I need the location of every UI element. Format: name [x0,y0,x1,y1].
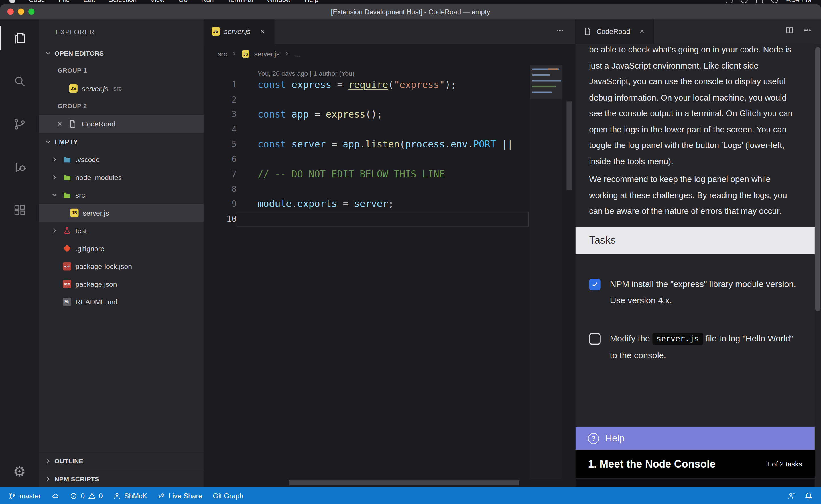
menu-item-edit[interactable]: Edit [83,0,95,3]
tree-item--gitignore[interactable]: .gitignore [39,239,204,257]
breadcrumb-symbol[interactable]: ... [295,50,301,58]
code-line-2[interactable]: 2 [204,92,575,107]
zoom-window-button[interactable] [28,8,34,15]
scrollbar-thumb[interactable] [566,101,572,190]
settings-gear-icon[interactable]: ⚙ [13,465,26,479]
extensions-icon[interactable] [0,190,39,229]
close-tab-icon[interactable] [638,28,646,34]
chevron-right-icon [44,475,52,483]
tree-item-readme-md[interactable]: M↓README.md [39,293,204,311]
spotlight-icon[interactable] [771,0,778,3]
code-text: const server = app.listen(process.env.PO… [237,137,529,152]
minimap[interactable] [530,65,562,479]
tab-server-js[interactable]: JS server.js [204,19,274,44]
feedback-icon[interactable] [787,492,795,500]
wifi-icon[interactable] [741,0,748,3]
npm-scripts-header[interactable]: NPM SCRIPTS [39,470,204,487]
code-line-7[interactable]: 7// -- DO NOT EDIT BELOW THIS LINE [204,167,575,182]
problems-status[interactable]: 0 0 [70,492,103,500]
live-share-button[interactable]: Live Share [158,492,202,500]
open-editors-header[interactable]: OPEN EDITORS [39,45,204,62]
git-graph-button[interactable]: Git Graph [213,492,244,500]
editor-vertical-scrollbar[interactable] [563,64,575,479]
chevron-right-icon[interactable] [50,155,58,164]
code-line-3[interactable]: 3const app = express(); [204,107,575,122]
folder-src-icon [62,191,72,199]
breadcrumb-src[interactable]: src [218,50,227,58]
task-checkbox-unchecked[interactable] [589,333,600,344]
source-control-icon[interactable] [0,105,39,143]
activity-bar: ⚙ [0,19,39,487]
tree-item-server-js[interactable]: JSserver.js [39,204,204,222]
close-tab-icon[interactable] [258,28,266,34]
menu-item-file[interactable]: File [59,0,70,3]
breadcrumb[interactable]: src JS server.js ... [204,44,575,64]
open-editor-server-js[interactable]: JS server.js src [39,79,204,97]
help-button[interactable]: ? Help [575,427,815,450]
chevron-down-icon[interactable] [50,191,58,199]
code-line-1[interactable]: 1const express = require("express"); [204,77,575,92]
menu-item-help[interactable]: Help [305,0,318,3]
macos-menu-bar: CodeFileEditSelectionViewGoRunTerminalWi… [0,0,821,4]
tree-item-node-modules[interactable]: node_modules [39,168,204,186]
tree-item-src[interactable]: src [39,186,204,204]
editor-horizontal-scrollbar[interactable] [237,480,562,486]
codelens-annotation[interactable]: You, 20 days ago | 1 author (You) [204,64,575,77]
menu-item-terminal[interactable]: Terminal [227,0,253,3]
more-actions-icon[interactable] [803,26,812,37]
search-icon[interactable] [0,62,39,101]
tree-item--vscode[interactable]: .vscode [39,151,204,168]
more-actions-icon[interactable] [555,26,564,37]
panel-scrollbar[interactable] [815,44,821,487]
display-menu-icon[interactable] [726,0,732,3]
code-line-4[interactable]: 4 [204,122,575,137]
task-checkbox-checked[interactable] [589,278,600,290]
branch-status[interactable]: master [8,492,41,500]
code-line-5[interactable]: 5const server = app.listen(process.env.P… [204,137,575,152]
code-lines[interactable]: 1const express = require("express");23co… [204,77,575,226]
menu-item-code[interactable]: Code [29,0,45,3]
open-editor-coderoad[interactable]: CodeRoad [39,115,204,133]
apple-menu-icon[interactable] [9,0,15,3]
code-line-9[interactable]: 9module.exports = server; [204,197,575,212]
tree-item-test[interactable]: test [39,222,204,239]
lesson-bar[interactable]: 1. Meet the Node Console 1 of 2 tasks [575,450,815,478]
tab-coderoad[interactable]: CodeRoad [575,19,654,44]
menu-item-view[interactable]: View [150,0,165,3]
menu-bar-clock[interactable]: 4:54 PM [786,0,812,3]
code-token: const [258,79,286,90]
outline-header[interactable]: OUTLINE [39,452,204,470]
code-token: server [292,139,326,150]
minimize-window-button[interactable] [18,8,24,15]
split-editor-icon[interactable] [785,26,794,37]
warning-icon [88,492,96,500]
code-line-10[interactable]: 10 [204,212,575,226]
battery-icon[interactable] [756,0,763,3]
scrollbar-thumb[interactable] [289,480,519,485]
tree-item-package-json[interactable]: npmpackage.json [39,275,204,293]
chevron-right-icon[interactable] [50,173,58,181]
menu-item-run[interactable]: Run [201,0,214,3]
lesson-text: be able to check what's going on in your… [575,44,815,219]
window-title-bar[interactable]: [Extension Development Host] - CodeRoad … [0,4,821,19]
code-editor[interactable]: You, 20 days ago | 1 author (You) 1const… [204,64,575,487]
close-editor-icon[interactable] [56,121,64,127]
workspace-header[interactable]: EMPTY [39,133,204,151]
notifications-bell-icon[interactable] [805,492,813,500]
menu-item-selection[interactable]: Selection [109,0,136,3]
sync-status[interactable] [51,492,59,500]
menu-item-go[interactable]: Go [178,0,187,3]
tree-item-package-lock-json[interactable]: npmpackage-lock.json [39,257,204,275]
close-window-button[interactable] [7,8,14,15]
explorer-icon[interactable] [0,19,39,58]
code-line-8[interactable]: 8 [204,182,575,196]
run-and-debug-icon[interactable] [0,147,39,186]
share-arrow-icon [158,492,165,500]
chevron-right-icon[interactable] [50,226,58,235]
code-line-6[interactable]: 6 [204,152,575,167]
scrollbar-thumb[interactable] [815,47,820,311]
tree-item-label: .vscode [75,155,99,163]
live-share-user[interactable]: ShMcK [113,492,147,500]
menu-item-window[interactable]: Window [267,0,291,3]
breadcrumb-file[interactable]: server.js [254,50,279,58]
